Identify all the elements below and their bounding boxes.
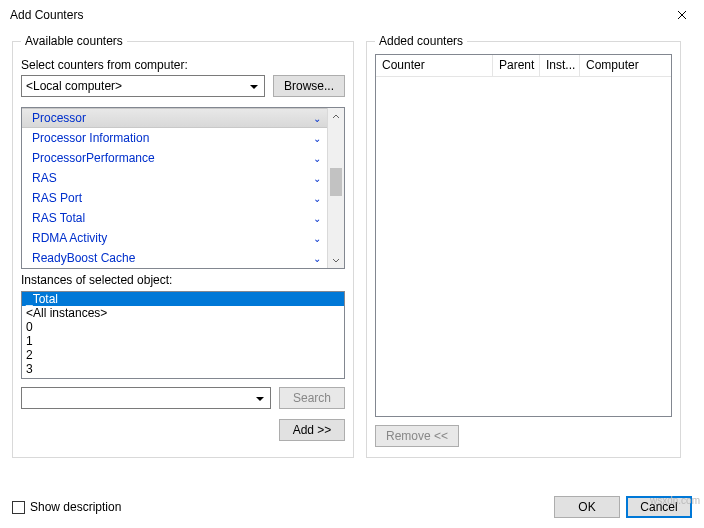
counter-item[interactable]: Processor Information⌄ (22, 128, 327, 148)
show-description-label: Show description (30, 500, 121, 514)
computer-combo[interactable]: <Local computer> (21, 75, 265, 97)
scroll-down-button[interactable] (328, 251, 344, 268)
search-button[interactable]: Search (279, 387, 345, 409)
select-computer-label: Select counters from computer: (21, 58, 345, 72)
counter-item[interactable]: ReadyBoost Cache⌄ (22, 248, 327, 268)
counter-item-label: Processor (32, 111, 86, 125)
col-counter[interactable]: Counter (376, 55, 493, 76)
checkbox-box (12, 501, 25, 514)
counter-item[interactable]: RAS Total⌄ (22, 208, 327, 228)
counter-scrollbar[interactable] (327, 108, 344, 268)
available-counters-legend: Available counters (21, 34, 127, 48)
added-counters-legend: Added counters (375, 34, 467, 48)
window-title: Add Counters (10, 8, 659, 22)
chevron-down-icon: ⌄ (313, 233, 321, 244)
counter-item[interactable]: RAS Port⌄ (22, 188, 327, 208)
counter-item[interactable]: RDMA Activity⌄ (22, 228, 327, 248)
table-header: Counter Parent Inst... Computer (376, 55, 671, 77)
added-counters-group: Added counters Counter Parent Inst... Co… (366, 34, 681, 458)
show-description-checkbox[interactable]: Show description (12, 500, 121, 514)
dialog-footer: Show description OK Cancel (12, 496, 692, 518)
instance-item[interactable]: 1 (22, 334, 344, 348)
counter-list-box: Processor⌄Processor Information⌄Processo… (21, 107, 345, 269)
counter-item-label: RDMA Activity (32, 231, 107, 245)
chevron-down-icon: ⌄ (313, 193, 321, 204)
chevron-down-icon (332, 256, 340, 264)
counter-item-label: ProcessorPerformance (32, 151, 155, 165)
counter-item-label: RAS Port (32, 191, 82, 205)
add-button[interactable]: Add >> (279, 419, 345, 441)
close-icon (677, 10, 687, 20)
chevron-down-icon: ⌄ (313, 173, 321, 184)
counter-item[interactable]: ProcessorPerformance⌄ (22, 148, 327, 168)
instance-item[interactable]: 0 (22, 320, 344, 334)
counter-item-label: Processor Information (32, 131, 149, 145)
instance-item[interactable]: _Total (22, 292, 344, 306)
browse-button[interactable]: Browse... (273, 75, 345, 97)
close-button[interactable] (659, 0, 704, 30)
computer-combo-value: <Local computer> (26, 79, 122, 93)
chevron-down-icon: ⌄ (313, 113, 321, 124)
col-parent[interactable]: Parent (493, 55, 540, 76)
watermark: wsxdn.com (650, 495, 700, 506)
chevron-down-icon: ⌄ (313, 153, 321, 164)
instances-label: Instances of selected object: (21, 273, 345, 287)
scroll-up-button[interactable] (328, 108, 344, 125)
counter-item-label: RAS Total (32, 211, 85, 225)
instance-item[interactable]: 3 (22, 362, 344, 376)
title-bar: Add Counters (0, 0, 704, 30)
added-counters-table: Counter Parent Inst... Computer (375, 54, 672, 417)
available-counters-group: Available counters Select counters from … (12, 34, 354, 458)
counter-item-label: RAS (32, 171, 57, 185)
ok-button[interactable]: OK (554, 496, 620, 518)
instance-item[interactable]: <All instances> (22, 306, 344, 320)
remove-button[interactable]: Remove << (375, 425, 459, 447)
counter-item[interactable]: RAS⌄ (22, 168, 327, 188)
scroll-thumb[interactable] (330, 168, 342, 196)
chevron-down-icon: ⌄ (313, 133, 321, 144)
chevron-down-icon: ⌄ (313, 253, 321, 264)
col-computer[interactable]: Computer (580, 55, 671, 76)
instance-item[interactable]: 2 (22, 348, 344, 362)
col-instance[interactable]: Inst... (540, 55, 580, 76)
counter-item[interactable]: Processor⌄ (22, 108, 327, 128)
chevron-down-icon: ⌄ (313, 213, 321, 224)
instances-list[interactable]: _Total<All instances>0123 (21, 291, 345, 379)
counter-item-label: ReadyBoost Cache (32, 251, 135, 265)
counter-list[interactable]: Processor⌄Processor Information⌄Processo… (22, 108, 327, 268)
search-combo[interactable] (21, 387, 271, 409)
chevron-up-icon (332, 113, 340, 121)
